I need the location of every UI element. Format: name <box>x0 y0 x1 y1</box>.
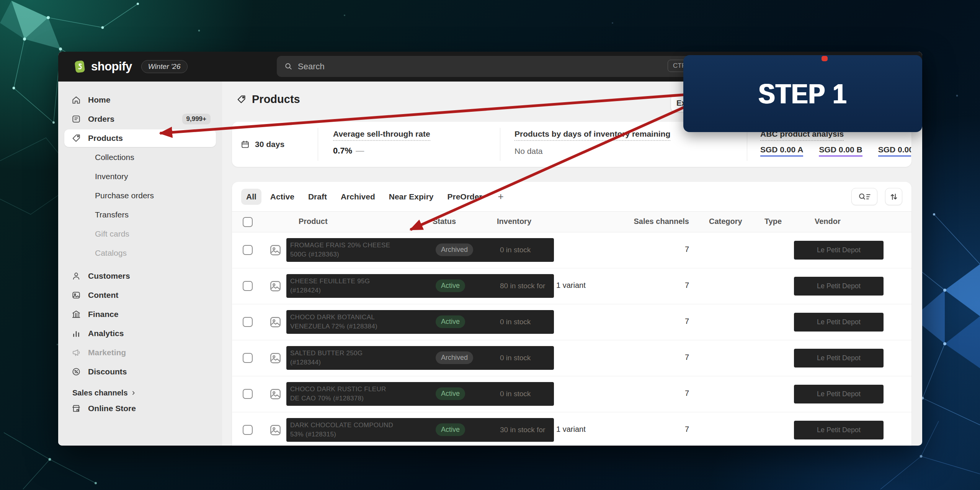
sidebar-item-inventory[interactable]: Inventory <box>64 168 216 185</box>
table-body: FROMAGE FRAIS 20% CHEESE500G (#128363) A… <box>232 232 911 446</box>
redacted-product-cell[interactable]: DARK CHOCOLATE COMPOUND53% (#128315) Act… <box>286 418 554 442</box>
sidebar-item-content[interactable]: Content <box>64 286 216 304</box>
divider <box>318 128 318 161</box>
product-image-icon <box>269 243 282 257</box>
table-row[interactable]: DARK CHOCOLATE COMPOUND53% (#128315) Act… <box>232 412 911 446</box>
sales-channels-count: 7 <box>651 425 689 434</box>
row-checkbox[interactable] <box>243 353 253 363</box>
column-header-type[interactable]: Type <box>764 217 782 226</box>
sidebar-item-label: Home <box>88 95 110 105</box>
search-icon <box>284 62 293 71</box>
column-header-inventory[interactable]: Inventory <box>497 217 531 226</box>
inventory-text: 0 in stock <box>500 246 531 254</box>
main-content: Products Export 30 days Average sell-thr… <box>222 82 922 446</box>
shopify-logo-icon <box>73 59 87 75</box>
column-header-sales-channels[interactable]: Sales channels <box>632 217 689 226</box>
column-header-category[interactable]: Category <box>709 217 742 226</box>
sidebar-item-discounts[interactable]: Discounts <box>64 363 216 381</box>
tab-archived[interactable]: Archived <box>336 189 380 205</box>
sidebar-item-orders[interactable]: Orders 9,999+ <box>64 110 216 128</box>
step-overlay-badge: STEP 1 <box>683 55 922 132</box>
row-checkbox[interactable] <box>243 317 253 327</box>
divider <box>747 128 747 161</box>
redacted-product-cell[interactable]: FROMAGE FRAIS 20% CHEESE500G (#128363) A… <box>286 238 554 262</box>
search-placeholder: Search <box>298 62 325 72</box>
sidebar-item-analytics[interactable]: Analytics <box>64 325 216 342</box>
status-badge: Archived <box>436 243 473 256</box>
sidebar-item-gift-cards[interactable]: Gift cards <box>64 225 216 243</box>
table-row[interactable]: FROMAGE FRAIS 20% CHEESE500G (#128363) A… <box>232 232 911 268</box>
page-title: Products <box>252 93 300 106</box>
inventory-text: 0 in stock <box>500 390 531 398</box>
sidebar-item-marketing[interactable]: Marketing <box>64 344 216 361</box>
sales-channels-header[interactable]: Sales channels <box>64 389 216 397</box>
redacted-product-cell[interactable]: SALTED BUTTER 250G(#128344) Archived 0 i… <box>286 346 554 370</box>
product-image-icon <box>269 423 282 437</box>
finance-icon <box>71 309 81 319</box>
redacted-vendor-cell: Le Petit Depot <box>794 277 884 296</box>
add-view-button[interactable]: + <box>493 189 508 204</box>
sidebar-item-label: Inventory <box>95 172 128 181</box>
sales-channels-count: 7 <box>651 281 689 290</box>
tab-near-expiry[interactable]: Near Expiry <box>384 189 439 205</box>
abc-grade-value[interactable]: SGD 0.00 B <box>819 145 862 157</box>
product-name: CHEESE FEUILLETE 95G(#128424) <box>290 277 370 295</box>
redacted-product-cell[interactable]: CHOCO DARK BOTANICALVENEZUELA 72% (#1283… <box>286 310 554 334</box>
product-image-icon <box>269 387 282 401</box>
sidebar-item-products[interactable]: Products <box>64 129 216 147</box>
table-row[interactable]: CHOCO DARK RUSTIC FLEURDE CAO 70% (#1283… <box>232 376 911 412</box>
discounts-icon <box>71 367 81 377</box>
row-checkbox[interactable] <box>243 389 253 399</box>
product-name: CHOCO DARK RUSTIC FLEURDE CAO 70% (#1283… <box>290 385 386 403</box>
metric-days-inventory: Products by days of inventory remaining … <box>514 129 670 156</box>
table-row[interactable]: CHEESE FEUILLETE 95G(#128424) Active 80 … <box>232 268 911 304</box>
search-filter-button[interactable] <box>851 188 877 205</box>
list-actions <box>851 188 902 205</box>
date-range-selector[interactable]: 30 days <box>240 122 284 167</box>
sidebar-item-catalogs[interactable]: Catalogs <box>64 244 216 262</box>
page-header: Products <box>236 93 300 106</box>
table-row[interactable]: SALTED BUTTER 250G(#128344) Archived 0 i… <box>232 340 911 376</box>
column-header-status[interactable]: Status <box>433 217 456 226</box>
sidebar-item-home[interactable]: Home <box>64 91 216 109</box>
row-checkbox[interactable] <box>243 281 253 291</box>
row-checkbox[interactable] <box>243 245 253 255</box>
product-name: CHOCO DARK BOTANICALVENEZUELA 72% (#1283… <box>290 313 377 331</box>
sidebar-main-items: Home Orders 9,999+ Products Collections … <box>58 91 222 381</box>
sidebar-item-finance[interactable]: Finance <box>64 305 216 323</box>
sidebar-item-online-store[interactable]: Online Store <box>64 400 216 417</box>
row-checkbox[interactable] <box>243 425 253 435</box>
abc-grade-value[interactable]: SGD 0.00 C <box>878 145 911 157</box>
abc-grade-value[interactable]: SGD 0.00 A <box>760 145 803 157</box>
sidebar-item-customers[interactable]: Customers <box>64 267 216 285</box>
product-list-card: AllActiveDraftArchivedNear ExpiryPreOrde… <box>232 182 911 446</box>
sidebar-item-label: Catalogs <box>95 248 127 258</box>
sidebar-item-label: Customers <box>88 271 130 281</box>
sidebar-item-badge: 9,999+ <box>182 114 211 124</box>
tab-active[interactable]: Active <box>265 189 299 205</box>
inventory-text: 0 in stock <box>500 318 531 326</box>
products-icon <box>71 133 81 143</box>
column-header-product[interactable]: Product <box>299 217 328 226</box>
global-search-input[interactable]: Search CTRL <box>277 56 706 77</box>
product-image-icon <box>269 279 282 293</box>
tab-draft[interactable]: Draft <box>303 189 332 205</box>
redacted-product-cell[interactable]: CHOCO DARK RUSTIC FLEURDE CAO 70% (#1283… <box>286 382 554 406</box>
select-all-checkbox[interactable] <box>243 217 253 227</box>
sidebar-item-purchase-orders[interactable]: Purchase orders <box>64 187 216 204</box>
sidebar-item-label: Gift cards <box>95 229 129 238</box>
sidebar-item-transfers[interactable]: Transfers <box>64 206 216 224</box>
table-row[interactable]: CHOCO DARK BOTANICALVENEZUELA 72% (#1283… <box>232 304 911 340</box>
tab-all[interactable]: All <box>241 189 261 205</box>
calendar-icon <box>240 140 250 149</box>
shopify-brand: shopify <box>73 59 132 75</box>
column-header-vendor[interactable]: Vendor <box>815 217 841 226</box>
sales-channels-count: 7 <box>651 389 689 398</box>
redacted-product-cell[interactable]: CHEESE FEUILLETE 95G(#128424) Active 80 … <box>286 274 554 298</box>
variant-count: 1 variant <box>556 281 586 290</box>
sort-button[interactable] <box>885 188 902 205</box>
redacted-vendor-cell: Le Petit Depot <box>794 349 884 368</box>
table-header-row: Product Status Inventory Sales channels … <box>232 211 911 232</box>
tab-preorder[interactable]: PreOrder <box>443 189 487 205</box>
sidebar-item-collections[interactable]: Collections <box>64 149 216 166</box>
